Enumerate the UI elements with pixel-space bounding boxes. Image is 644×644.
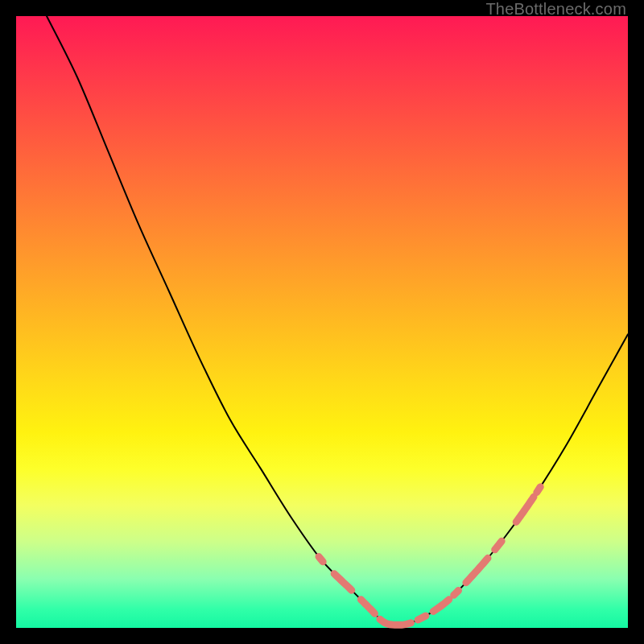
highlight-dash: [319, 556, 323, 561]
curve-layer: [16, 16, 628, 628]
highlight-dash: [433, 600, 449, 612]
highlight-dash: [380, 619, 411, 625]
highlight-dash: [361, 600, 369, 608]
highlight-dash: [537, 487, 540, 493]
highlight-dash: [495, 541, 502, 550]
chart-frame: TheBottleneck.com: [0, 0, 644, 644]
highlight-dash: [334, 574, 352, 591]
plot-area: [16, 16, 628, 628]
highlight-dash: [454, 591, 459, 596]
highlight-dashes: [319, 487, 540, 625]
highlight-dash: [516, 497, 534, 522]
highlight-dash: [418, 616, 426, 620]
highlight-dash: [370, 609, 375, 613]
bottleneck-curve: [47, 16, 628, 625]
highlight-dash: [466, 558, 488, 582]
